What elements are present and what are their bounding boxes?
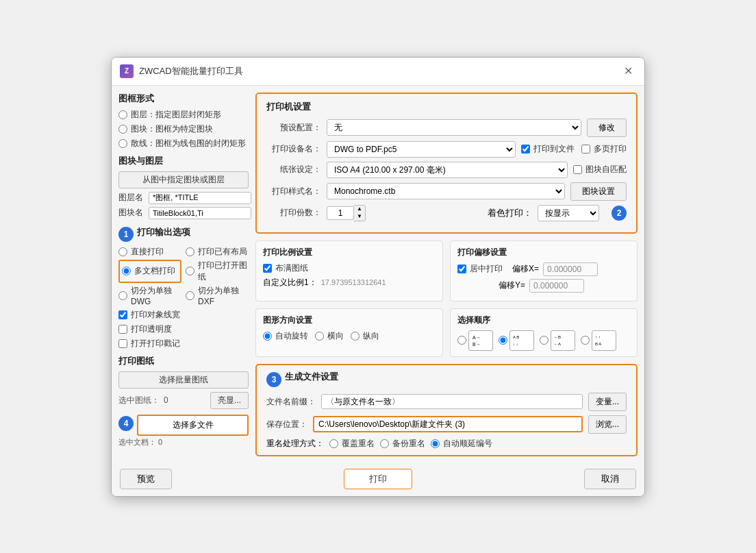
frame-radio-2[interactable] bbox=[118, 139, 127, 148]
printer-section-title: 打印机设置 bbox=[266, 101, 627, 113]
title-bar: Z ZWCAD智能批量打印工具 ✕ bbox=[112, 58, 644, 86]
offset-x-input[interactable] bbox=[543, 262, 598, 276]
checkbox-stamp-input[interactable] bbox=[118, 339, 127, 348]
style-select[interactable]: Monochrome.ctb bbox=[327, 183, 565, 199]
print-output-section: 1 打印输出选项 直接打印 打印已有布局 多文档打印 bbox=[118, 226, 249, 349]
badge-3: 3 bbox=[266, 372, 281, 387]
variable-button[interactable]: 变量... bbox=[588, 393, 627, 411]
frame-radio-0[interactable] bbox=[118, 110, 127, 119]
block-input[interactable] bbox=[149, 207, 251, 219]
custom-scale-value: 17.9739513312641 bbox=[321, 278, 386, 286]
order-svg-3: ←B ←A bbox=[553, 332, 572, 349]
device-select[interactable]: DWG to PDF.pc5 bbox=[327, 141, 516, 158]
print-button[interactable]: 打印 bbox=[344, 469, 412, 489]
center-print-input[interactable] bbox=[457, 265, 466, 273]
order-svg-2: A B ↓ ↓ bbox=[512, 332, 531, 349]
block-autofit-input[interactable] bbox=[573, 165, 582, 174]
print-opt-1[interactable]: 打印已有布局 bbox=[186, 246, 249, 258]
multi-page-checkbox[interactable]: 多页打印 bbox=[581, 143, 627, 155]
dir-portrait[interactable]: 纵向 bbox=[351, 330, 379, 342]
device-label: 打印设备名： bbox=[266, 143, 321, 155]
rename-opt-0[interactable]: 覆盖重名 bbox=[329, 438, 375, 450]
save-path-input[interactable] bbox=[314, 417, 581, 431]
copies-label: 打印份数： bbox=[266, 207, 321, 219]
order-opt-1[interactable]: A→ B→ bbox=[457, 330, 493, 351]
print-to-file-input[interactable] bbox=[521, 145, 530, 153]
checkbox-linewidth-input[interactable] bbox=[118, 310, 127, 319]
fill-paper-checkbox[interactable]: 布满图纸 bbox=[263, 262, 308, 274]
spinner-up-button[interactable]: ▲ bbox=[354, 206, 365, 213]
print-out-radio-1[interactable] bbox=[186, 247, 194, 256]
color-print-select[interactable]: 按显示 bbox=[538, 205, 599, 221]
select-multi-button[interactable]: 选择多文件 bbox=[137, 415, 249, 436]
svg-text:←B: ←B bbox=[554, 335, 561, 339]
rename-radio-2[interactable] bbox=[431, 439, 440, 448]
device-right-options: 打印到文件 多页打印 bbox=[521, 143, 627, 155]
order-opt-4[interactable]: ↑ ↑ B A bbox=[581, 330, 616, 351]
direction-box: 图形方向设置 自动旋转 横向 纵向 bbox=[255, 308, 443, 357]
frame-option-2[interactable]: 散线：图框为线包围的封闭矩形 bbox=[118, 138, 249, 149]
checkbox-linewidth[interactable]: 打印对象线宽 bbox=[118, 309, 249, 321]
block-autofit-checkbox[interactable]: 图块自匹配 bbox=[573, 164, 627, 175]
layer-input[interactable] bbox=[149, 192, 251, 204]
preset-select[interactable]: 无 bbox=[327, 119, 581, 136]
custom-scale-row: 自定义比例1： 17.9739513312641 bbox=[263, 277, 436, 288]
rename-radio-1[interactable] bbox=[380, 439, 389, 448]
dir-auto-rotate[interactable]: 自动旋转 bbox=[263, 330, 308, 342]
multi-page-input[interactable] bbox=[581, 145, 590, 153]
print-out-radio-3[interactable] bbox=[186, 267, 194, 275]
frame-option-0[interactable]: 图层：指定图层封闭矩形 bbox=[118, 109, 249, 121]
block-row: 图块名 bbox=[118, 207, 249, 219]
checkbox-stamp[interactable]: 打开打印戳记 bbox=[118, 338, 249, 349]
print-out-radio-5[interactable] bbox=[186, 291, 194, 300]
print-opt-0[interactable]: 直接打印 bbox=[118, 246, 181, 258]
dir-landscape[interactable]: 横向 bbox=[315, 330, 344, 342]
svg-text:A→: A→ bbox=[473, 335, 481, 340]
rename-radio-0[interactable] bbox=[329, 439, 338, 448]
modify-button[interactable]: 修改 bbox=[587, 119, 627, 137]
select-batch-button[interactable]: 选择批量图纸 bbox=[118, 371, 249, 389]
rename-opt-2[interactable]: 自动顺延编号 bbox=[431, 438, 492, 450]
order-radio-2[interactable] bbox=[499, 336, 507, 345]
print-out-radio-4[interactable] bbox=[118, 291, 127, 300]
checkbox-transparency[interactable]: 打印透明度 bbox=[118, 323, 249, 335]
close-button[interactable]: ✕ bbox=[620, 63, 636, 79]
browse-button[interactable]: 浏览... bbox=[588, 415, 627, 434]
print-output-title: 打印输出选项 bbox=[137, 226, 190, 238]
spinner-down-button[interactable]: ▼ bbox=[354, 213, 365, 221]
print-out-radio-2[interactable] bbox=[122, 267, 131, 275]
checkbox-transparency-input[interactable] bbox=[118, 325, 127, 334]
print-opt-5[interactable]: 切分为单独DXF bbox=[186, 285, 249, 306]
dir-radio-auto[interactable] bbox=[263, 332, 272, 341]
frame-radio-1[interactable] bbox=[118, 125, 127, 134]
preview-button[interactable]: 预览 bbox=[120, 469, 172, 489]
order-radio-3[interactable] bbox=[540, 336, 549, 345]
order-opt-2[interactable]: A B ↓ ↓ bbox=[499, 330, 534, 351]
print-to-file-checkbox[interactable]: 打印到文件 bbox=[521, 143, 575, 155]
dir-radio-portrait[interactable] bbox=[351, 332, 360, 341]
print-out-radio-0[interactable] bbox=[118, 247, 127, 256]
fill-paper-input[interactable] bbox=[263, 264, 272, 273]
print-opt-3[interactable]: 打印已打开图纸 bbox=[186, 260, 249, 283]
rename-opt-1[interactable]: 备份重名 bbox=[380, 438, 425, 450]
cancel-button[interactable]: 取消 bbox=[584, 469, 636, 489]
order-options: A→ B→ A B ↓ ↓ bbox=[457, 330, 630, 351]
order-radio-1[interactable] bbox=[457, 336, 466, 345]
preset-label: 预设配置： bbox=[266, 122, 321, 134]
from-drawing-button[interactable]: 从图中指定图块或图层 bbox=[118, 171, 249, 188]
order-radio-4[interactable] bbox=[581, 336, 590, 345]
frame-option-1[interactable]: 图块：图框为特定图块 bbox=[118, 123, 249, 135]
spinner-buttons: ▲ ▼ bbox=[354, 205, 366, 221]
copies-input[interactable] bbox=[327, 206, 354, 220]
print-opt-2[interactable]: 多文档打印 bbox=[118, 260, 181, 283]
print-opt-4[interactable]: 切分为单独DWG bbox=[118, 285, 181, 306]
center-print-checkbox[interactable]: 居中打印 bbox=[457, 263, 503, 275]
scale-offset-row: 打印比例设置 布满图纸 自定义比例1： 17.9739513312641 打印偏… bbox=[255, 241, 638, 302]
dir-radio-landscape[interactable] bbox=[315, 332, 324, 341]
paper-select[interactable]: ISO A4 (210.00 x 297.00 毫米) bbox=[327, 162, 568, 178]
offset-y-input[interactable] bbox=[529, 279, 584, 293]
order-opt-3[interactable]: ←B ←A bbox=[540, 330, 575, 351]
block-settings-button[interactable]: 图块设置 bbox=[570, 182, 627, 201]
brightness-button[interactable]: 亮显... bbox=[210, 392, 249, 409]
prefix-input[interactable] bbox=[321, 394, 583, 409]
